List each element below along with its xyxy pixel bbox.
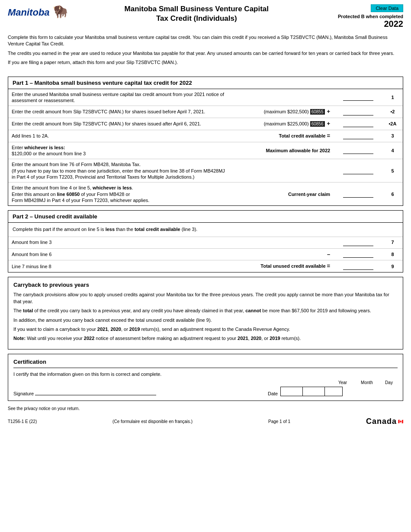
carryback-para1: The carryback provisions allow you to ap… <box>13 292 398 305</box>
carryback-para4: If you want to claim a carryback to your… <box>13 326 398 333</box>
form-title: Manitoba Small Business Venture Capital … <box>77 4 317 23</box>
row1-middle <box>232 89 334 106</box>
row4-number: 4 <box>382 142 403 159</box>
part1-section: Part 1 – Manitoba small business venture… <box>8 77 403 206</box>
form-number: T1256-1 E (22) <box>8 419 37 424</box>
intro-para3: If you are filing a paper return, attach… <box>8 59 403 66</box>
row2a-desc: Enter the credit amount from Slip T2SBVC… <box>8 118 232 130</box>
row2-middle: (maximum $202,500) 60855 + <box>232 106 334 118</box>
field-2a[interactable] <box>343 120 373 127</box>
row2-input <box>334 106 382 118</box>
french-note: (Ce formulaire est disponible en françai… <box>112 419 193 424</box>
row5-desc: Enter the amount from line 76 of Form MB… <box>8 159 232 183</box>
form-title-area: Manitoba Small Business Venture Capital … <box>68 4 325 23</box>
row2a-input <box>334 118 382 130</box>
bison-icon: 🦬 <box>53 5 68 18</box>
row9-number: 9 <box>382 260 403 272</box>
row3-input <box>334 130 382 142</box>
part2-header: Part 2 – Unused credit available <box>8 211 403 223</box>
header-right: Clear Data Protected B when completed 20… <box>325 4 403 29</box>
field-7[interactable] <box>343 239 373 246</box>
row9-desc: Line 7 minus line 8 <box>8 260 232 272</box>
carryback-section: Carryback to previous years The carrybac… <box>8 277 403 349</box>
date-day-input[interactable] <box>325 388 342 394</box>
table-row: Amount from line 6 – 8 <box>8 248 403 260</box>
date-area: Year Month Day Date <box>268 380 398 396</box>
row2-number: •2 <box>382 106 403 118</box>
date-month-input[interactable] <box>303 388 324 394</box>
intro-para1: Complete this form to calculate your Man… <box>8 34 403 48</box>
row2a-number: •2A <box>382 118 403 130</box>
field-code-60855: 60855 <box>310 109 325 115</box>
date-input-group <box>280 387 343 396</box>
row2a-middle: (maximum $225,000) 60856 + <box>232 118 334 130</box>
row3-desc: Add lines 1 to 2A. <box>8 130 232 142</box>
carryback-para3: In addition, the amount you carry back c… <box>13 317 398 324</box>
field-8[interactable] <box>343 251 373 258</box>
certification-title: Certification <box>13 359 398 368</box>
part2-intro: Complete this part if the amount on line… <box>8 223 403 237</box>
table-row: Amount from line 3 7 <box>8 237 403 249</box>
part1-table: Enter the unused Manitoba small business… <box>8 89 403 206</box>
table-row: Add lines 1 to 2A. Total credit availabl… <box>8 130 403 142</box>
canada-logo-area: Canada 🇨🇦 <box>366 417 403 426</box>
row5-input <box>334 159 382 183</box>
part2-table: Amount from line 3 7 Amount from line 6 … <box>8 237 403 272</box>
page-footer: T1256-1 E (22) (Ce formulaire est dispon… <box>0 413 411 429</box>
row1-number: 1 <box>382 89 403 106</box>
certification-statement: I certify that the information given on … <box>13 372 398 377</box>
row7-input <box>334 237 382 249</box>
field-2[interactable] <box>343 109 373 115</box>
carryback-para2: The total of the credit you carry back t… <box>13 308 398 314</box>
row8-middle: – <box>232 248 334 260</box>
date-year-input[interactable] <box>281 388 302 394</box>
clear-data-button[interactable]: Clear Data <box>371 4 403 12</box>
signature-label: Signature <box>13 391 34 396</box>
date-label: Date <box>268 391 278 396</box>
row5-number: 5 <box>382 159 403 183</box>
row7-middle <box>232 237 334 249</box>
row5-middle <box>232 159 334 183</box>
field-3[interactable] <box>343 132 373 139</box>
row4-middle: Maximum allowable for 2022 <box>232 142 334 159</box>
protected-b-label: Protected B when completed <box>338 14 403 19</box>
intro-para2: The credits you earned in the year are u… <box>8 50 403 57</box>
month-col-label: Month <box>356 380 378 385</box>
table-row: Enter the credit amount from Slip T2SBVC… <box>8 106 403 118</box>
logo-text: Manitoba <box>8 7 50 18</box>
field-1[interactable] <box>343 94 373 101</box>
row6-desc: Enter the amount from line 4 or line 5, … <box>8 183 232 205</box>
canada-wordmark-text: Canada <box>366 417 397 426</box>
row8-desc: Amount from line 6 <box>8 248 232 260</box>
signature-area: Signature <box>13 380 268 396</box>
table-row: Line 7 minus line 8 Total unused credit … <box>8 260 403 272</box>
field-9[interactable] <box>343 263 373 270</box>
table-row: Enter the amount from line 76 of Form MB… <box>8 159 403 183</box>
row8-input <box>334 248 382 260</box>
table-row: Enter whichever is less: $120,000 or the… <box>8 142 403 159</box>
logo-area: Manitoba 🦬 <box>8 4 68 19</box>
year-label: 2022 <box>325 19 403 29</box>
manitoba-logo: Manitoba 🦬 <box>8 4 68 19</box>
row3-middle: Total credit available = <box>232 130 334 142</box>
page-header: Manitoba 🦬 Manitoba Small Business Ventu… <box>0 0 411 31</box>
page-number: Page 1 of 1 <box>268 419 290 424</box>
row9-input <box>334 260 382 272</box>
field-6[interactable] <box>343 191 373 198</box>
table-row: Enter the credit amount from Slip T2SBVC… <box>8 118 403 130</box>
row4-desc: Enter whichever is less: $120,000 or the… <box>8 142 232 159</box>
row8-number: 8 <box>382 248 403 260</box>
signature-line[interactable] <box>35 395 156 395</box>
carryback-note: Note: Wait until you receive your 2022 n… <box>13 335 398 342</box>
part2-section: Part 2 – Unused credit available Complet… <box>8 210 403 272</box>
table-row: Enter the unused Manitoba small business… <box>8 89 403 106</box>
row7-number: 7 <box>382 237 403 249</box>
field-4[interactable] <box>343 147 373 154</box>
day-col-label: Day <box>380 380 398 385</box>
row1-input <box>334 89 382 106</box>
intro-section: Complete this form to calculate your Man… <box>0 31 411 72</box>
certification-section: Certification I certify that the informa… <box>8 354 403 401</box>
row9-middle: Total unused credit available = <box>232 260 334 272</box>
field-5[interactable] <box>343 167 373 174</box>
row6-input <box>334 183 382 205</box>
